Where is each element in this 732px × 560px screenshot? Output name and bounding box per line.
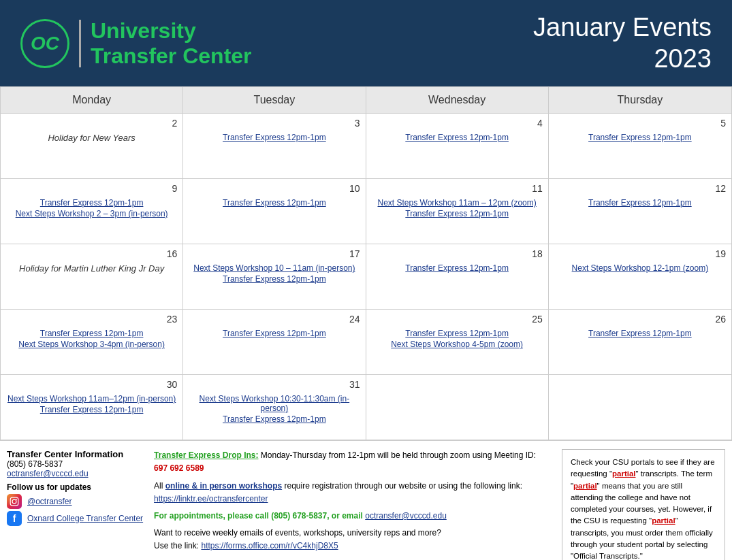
cal-row-2: 16Holiday for Martin Luther King Jr Day1… bbox=[1, 244, 731, 310]
cell-content: Transfer Express 12pm-1pm bbox=[554, 133, 726, 142]
event-link[interactable]: Next Steps Workshop 11am – 12pm (zoom) bbox=[372, 198, 543, 208]
event-link[interactable]: Transfer Express 12pm-1pm bbox=[372, 133, 543, 142]
meeting-id: 697 692 6589 bbox=[154, 463, 204, 473]
cal-cell-0-0: 2Holiday for New Years bbox=[1, 114, 183, 178]
facebook-row[interactable]: f Oxnard College Transfer Center bbox=[7, 511, 143, 526]
cell-content: Next Steps Workshop 11am – 12pm (zoom)Tr… bbox=[372, 198, 543, 218]
cell-date: 30 bbox=[6, 379, 177, 390]
cell-date: 9 bbox=[6, 183, 177, 194]
facebook-icon: f bbox=[7, 511, 22, 526]
cal-cell-2-3: 19Next Steps Workshop 12-1pm (zoom) bbox=[549, 244, 731, 309]
weekly-link-label: Use the link: bbox=[154, 541, 199, 550]
cell-date: 11 bbox=[372, 183, 543, 194]
svg-point-2 bbox=[16, 499, 17, 500]
svg-point-1 bbox=[12, 499, 16, 504]
calendar: Monday Tuesday Wednesday Thursday 2Holid… bbox=[0, 86, 732, 440]
cal-cell-3-3: 26Transfer Express 12pm-1pm bbox=[549, 310, 731, 374]
weekly-link-row: Use the link: https://forms.office.com/r… bbox=[154, 540, 551, 553]
event-link[interactable]: Transfer Express 12pm-1pm bbox=[554, 329, 726, 338]
footer-email[interactable]: octransfer@vcccd.edu bbox=[7, 469, 89, 478]
event-link[interactable]: Transfer Express 12pm-1pm bbox=[189, 329, 360, 338]
instagram-icon bbox=[7, 494, 22, 509]
footer-center: Transfer Express Drop Ins: Monday-Thursd… bbox=[154, 449, 551, 553]
cell-content: Transfer Express 12pm-1pm bbox=[189, 329, 360, 338]
drop-ins-text: Monday-Thursday from 12-1pm will be held… bbox=[261, 450, 536, 460]
cell-content: Next Steps Workshop 10 – 11am (in-person… bbox=[189, 263, 360, 284]
page-title: January Events 2023 bbox=[533, 12, 712, 74]
instagram-handle[interactable]: @octransfer bbox=[27, 497, 72, 506]
page-title-line2: 2023 bbox=[533, 44, 712, 75]
cal-cell-0-3: 5Transfer Express 12pm-1pm bbox=[549, 114, 731, 178]
cell-date: 26 bbox=[554, 314, 726, 325]
event-link[interactable]: Transfer Express 12pm-1pm bbox=[189, 198, 360, 208]
event-link[interactable]: Transfer Express 12pm-1pm bbox=[6, 198, 177, 208]
header-divider bbox=[79, 20, 81, 67]
cell-date: 12 bbox=[554, 183, 726, 194]
cell-content: Transfer Express 12pm-1pmNext Steps Work… bbox=[372, 329, 543, 349]
appointments-email[interactable]: octransfer@vcccd.edu bbox=[365, 511, 447, 521]
cell-date: 31 bbox=[189, 379, 360, 390]
calendar-body: 2Holiday for New Years3Transfer Express … bbox=[1, 114, 731, 440]
cal-cell-1-0: 9Transfer Express 12pm-1pmNext Steps Wor… bbox=[1, 179, 183, 244]
event-link[interactable]: Next Steps Workshop 3-4pm (in-person) bbox=[6, 340, 177, 349]
cell-content: Transfer Express 12pm-1pm bbox=[189, 133, 360, 142]
cal-cell-2-2: 18Transfer Express 12pm-1pm bbox=[366, 244, 549, 309]
cal-cell-0-2: 4Transfer Express 12pm-1pm bbox=[366, 114, 549, 178]
workshops-text: require registration through our website… bbox=[284, 481, 522, 491]
event-link[interactable]: Transfer Express 12pm-1pm bbox=[6, 329, 177, 338]
event-link[interactable]: Transfer Express 12pm-1pm bbox=[6, 405, 177, 414]
cell-date: 10 bbox=[189, 183, 360, 194]
cal-cell-4-3 bbox=[549, 375, 731, 440]
workshops-link[interactable]: online & in person workshops bbox=[165, 481, 282, 491]
weekly-emails-text: Want to receive weekly emails of events,… bbox=[154, 527, 551, 540]
event-link[interactable]: Next Steps Workshop 12-1pm (zoom) bbox=[554, 263, 726, 273]
event-link[interactable]: Next Steps Workshop 11am–12pm (in-person… bbox=[6, 394, 177, 403]
cell-date: 2 bbox=[6, 118, 177, 129]
follow-label: Follow us for updates bbox=[7, 482, 143, 492]
cell-content: Transfer Express 12pm-1pm bbox=[372, 263, 543, 273]
footer: Transfer Center Information (805) 678-58… bbox=[0, 440, 732, 560]
appointments-info: For appointments, please call (805) 678-… bbox=[154, 510, 551, 523]
event-link[interactable]: Transfer Express 12pm-1pm bbox=[372, 209, 543, 218]
workshops-url[interactable]: https://linktr.ee/octransfercenter bbox=[154, 494, 268, 504]
event-link[interactable]: Next Steps Workshop 10 – 11am (in-person… bbox=[189, 263, 360, 273]
cal-row-3: 23Transfer Express 12pm-1pmNext Steps Wo… bbox=[1, 310, 731, 375]
center-name: University Transfer Center bbox=[91, 18, 252, 69]
cal-cell-4-1: 31Next Steps Workshop 10:30-11:30am (in-… bbox=[183, 375, 366, 440]
center-title-line2: Transfer Center bbox=[91, 44, 252, 69]
workshops-info: All online & in person workshops require… bbox=[154, 480, 551, 506]
svg-rect-0 bbox=[10, 497, 18, 506]
event-link[interactable]: Next Steps Workshop 2 – 3pm (in-person) bbox=[6, 209, 177, 218]
event-link[interactable]: Transfer Express 12pm-1pm bbox=[554, 198, 726, 208]
footer-left: Transfer Center Information (805) 678-58… bbox=[7, 449, 143, 528]
event-link[interactable]: Transfer Express 12pm-1pm bbox=[189, 133, 360, 142]
instagram-row[interactable]: @octransfer bbox=[7, 494, 143, 509]
cell-date: 18 bbox=[372, 248, 543, 259]
cell-content: Transfer Express 12pm-1pm bbox=[372, 133, 543, 142]
cal-cell-2-1: 17Next Steps Workshop 10 – 11am (in-pers… bbox=[183, 244, 366, 309]
footer-right: Check your CSU portals to see if they ar… bbox=[562, 449, 725, 560]
cell-date: 25 bbox=[372, 314, 543, 325]
workshops-intro: All bbox=[154, 481, 163, 491]
event-link[interactable]: Transfer Express 12pm-1pm bbox=[372, 263, 543, 273]
event-holiday: Holiday for New Years bbox=[6, 133, 177, 143]
facebook-label[interactable]: Oxnard College Transfer Center bbox=[27, 514, 143, 523]
cal-cell-3-0: 23Transfer Express 12pm-1pmNext Steps Wo… bbox=[1, 310, 183, 374]
event-link[interactable]: Transfer Express 12pm-1pm bbox=[372, 329, 543, 338]
footer-info-title: Transfer Center Information bbox=[7, 449, 143, 459]
event-link[interactable]: Transfer Express 12pm-1pm bbox=[554, 133, 726, 142]
event-link[interactable]: Next Steps Workshop 4-5pm (zoom) bbox=[372, 340, 543, 349]
weekly-url[interactable]: https://forms.office.com/r/vC4khjD8X5 bbox=[201, 541, 338, 550]
event-link[interactable]: Transfer Express 12pm-1pm bbox=[189, 414, 360, 424]
right-partial3: partial bbox=[652, 516, 675, 525]
event-link[interactable]: Transfer Express 12pm-1pm bbox=[189, 274, 360, 284]
cell-content: Transfer Express 12pm-1pm bbox=[189, 198, 360, 208]
logo-area: OC University Transfer Center bbox=[20, 18, 252, 69]
center-title-line1: University bbox=[91, 18, 252, 44]
drop-ins-label[interactable]: Transfer Express Drop Ins: bbox=[154, 450, 258, 460]
event-link[interactable]: Next Steps Workshop 10:30-11:30am (in-pe… bbox=[189, 394, 360, 413]
cal-cell-4-0: 30Next Steps Workshop 11am–12pm (in-pers… bbox=[1, 375, 183, 440]
cell-content: Transfer Express 12pm-1pmNext Steps Work… bbox=[6, 198, 177, 218]
event-holiday: Holiday for Martin Luther King Jr Day bbox=[6, 263, 177, 274]
cal-cell-3-1: 24Transfer Express 12pm-1pm bbox=[183, 310, 366, 374]
